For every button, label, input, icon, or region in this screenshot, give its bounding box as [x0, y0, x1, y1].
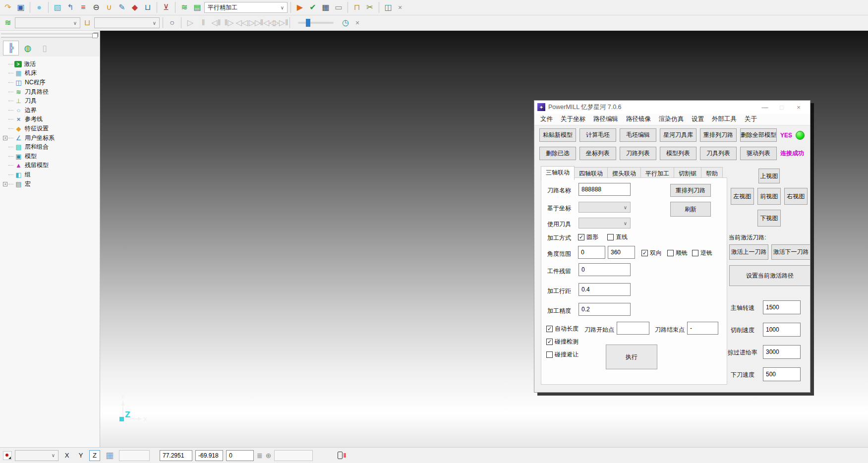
- tree-item-toolpaths[interactable]: ≋刀具路径: [2, 87, 100, 97]
- toolpath-dropdown[interactable]: ∨: [15, 17, 80, 28]
- simulation-speed-slider[interactable]: [298, 22, 334, 24]
- execute-button[interactable]: 执行: [606, 345, 657, 369]
- ball-mill-icon[interactable]: ⊖: [90, 1, 102, 13]
- panel-gripper[interactable]: [1, 32, 97, 34]
- lightbulb-icon[interactable]: ○: [166, 17, 178, 29]
- fast-forward-icon[interactable]: ▷▷: [249, 17, 261, 29]
- coord-list-button[interactable]: 坐标列表: [579, 147, 616, 160]
- coord-z-field[interactable]: [226, 450, 254, 461]
- drill-tool-icon[interactable]: ⊻: [160, 1, 172, 13]
- skim-feed-field[interactable]: [763, 345, 801, 359]
- tool-holder-icon[interactable]: ⊔: [142, 1, 154, 13]
- delete-selected-button[interactable]: 删除已选: [539, 147, 576, 160]
- axis-x-button[interactable]: X: [61, 450, 72, 461]
- conventional-checkbox[interactable]: [692, 250, 698, 256]
- menu-path-mirror[interactable]: 路径镜像: [622, 115, 655, 123]
- toolpath-icon[interactable]: ≋: [178, 1, 190, 13]
- edit-block-button[interactable]: 毛坯编辑: [620, 128, 656, 142]
- drive-list-button[interactable]: 驱动列表: [740, 147, 777, 160]
- collision-check-checkbox[interactable]: [546, 339, 553, 345]
- tolerance-field[interactable]: [579, 303, 631, 316]
- view-left-button[interactable]: 左视图: [731, 188, 754, 205]
- viewport-3d[interactable]: Y X Z ✦ PowerMILL 忆梦星河 7.0.6 — □ ×: [100, 31, 868, 447]
- calc-block-button[interactable]: 计算毛坯: [579, 128, 616, 142]
- tree-item-models[interactable]: ▣模型: [2, 152, 100, 161]
- tree-item-feature-sets[interactable]: ◆特征设置: [2, 124, 100, 133]
- tree-item-tools[interactable]: ⊥刀具: [2, 96, 100, 106]
- menu-external-tools[interactable]: 外部工具: [708, 115, 741, 123]
- climb-checkbox[interactable]: [667, 250, 674, 256]
- menu-path-edit[interactable]: 路径编辑: [589, 115, 622, 123]
- close-toolbar-icon[interactable]: ×: [352, 19, 362, 27]
- refresh-button[interactable]: 刷新: [670, 202, 711, 217]
- point-picker-button[interactable]: [3, 451, 12, 460]
- spindle-speed-field[interactable]: [763, 300, 801, 314]
- tree-item-macros[interactable]: +▤宏: [2, 179, 100, 189]
- toolpath-icon[interactable]: ≋: [2, 17, 14, 29]
- tab-world[interactable]: ◍: [20, 41, 36, 56]
- rearrange-toolpath-button[interactable]: 重排列刀路: [670, 184, 711, 197]
- tool-dropdown[interactable]: ∨: [94, 17, 160, 28]
- activate-next-toolpath-button[interactable]: 激活下一刀路: [771, 244, 810, 260]
- tree-item-machine[interactable]: ▦机床: [2, 69, 100, 78]
- probe-position-icon[interactable]: ⊕: [266, 452, 272, 460]
- stock-allowance-field[interactable]: [579, 263, 631, 276]
- go-end-icon[interactable]: ▷▷‖: [275, 17, 287, 29]
- ball-tool-icon[interactable]: ●: [33, 1, 45, 13]
- ruler-icon[interactable]: ▭: [333, 1, 345, 13]
- tool-list-button[interactable]: 刀具列表: [700, 147, 737, 160]
- fox-run-icon[interactable]: ▶: [294, 1, 306, 13]
- menu-about[interactable]: 关于: [741, 115, 761, 123]
- pencil-curve-icon[interactable]: ✎: [116, 1, 128, 13]
- tool-library-button[interactable]: 星河刀具库: [660, 128, 696, 142]
- slider-handle[interactable]: [306, 19, 310, 27]
- menu-file[interactable]: 文件: [536, 115, 557, 123]
- mode-line-option[interactable]: 直线: [607, 233, 628, 241]
- simulate-verify-icon[interactable]: ✔: [307, 1, 319, 13]
- line-checkbox[interactable]: [607, 234, 614, 240]
- stepover-field[interactable]: [579, 283, 631, 296]
- angle-to-field[interactable]: [608, 246, 635, 259]
- use-tool-dropdown[interactable]: ∨: [579, 218, 631, 229]
- view-top-button[interactable]: 上视图: [758, 169, 780, 183]
- tab-3axis[interactable]: 三轴联动: [541, 166, 575, 180]
- w-curve-icon[interactable]: ∪: [103, 1, 115, 13]
- blocks-pair-icon[interactable]: ◫: [382, 1, 394, 13]
- view-right-button[interactable]: 右视图: [784, 188, 808, 205]
- coord-x-field[interactable]: [160, 450, 192, 461]
- clock-icon[interactable]: ◷: [340, 17, 351, 29]
- tree-item-nc-program[interactable]: ◫NC程序: [2, 78, 100, 87]
- menu-about-coords[interactable]: 关于坐标: [557, 115, 589, 123]
- tree-item-stock-models[interactable]: ▲残留模型: [2, 161, 100, 171]
- menu-settings[interactable]: 设置: [688, 115, 708, 123]
- play-icon[interactable]: ▷: [184, 17, 196, 29]
- angle-from-field[interactable]: [578, 246, 605, 259]
- grid-size-field[interactable]: [119, 450, 150, 461]
- minimize-icon[interactable]: —: [756, 101, 773, 113]
- view-front-button[interactable]: 前视图: [757, 188, 781, 205]
- step-forward-icon[interactable]: ‖▷: [223, 17, 235, 29]
- auto-length-checkbox[interactable]: [546, 326, 553, 332]
- activate-prev-toolpath-button[interactable]: 激活上一刀路: [729, 244, 768, 260]
- tree-item-activate[interactable]: >激活: [2, 59, 100, 69]
- view-bottom-button[interactable]: 下视图: [757, 210, 781, 227]
- tree-item-patterns[interactable]: ×参考线: [2, 115, 100, 124]
- close-toolbar-icon[interactable]: ×: [395, 3, 405, 11]
- dialog-titlebar[interactable]: ✦ PowerMILL 忆梦星河 7.0.6 — □ ×: [534, 101, 810, 114]
- paste-new-model-button[interactable]: 粘贴新模型: [539, 128, 576, 142]
- strategy-list-icon[interactable]: ▤: [191, 1, 203, 13]
- tree-item-workplanes[interactable]: +∠用户坐标系: [2, 133, 100, 143]
- open-project-icon[interactable]: ↷: [2, 1, 14, 13]
- grid-icon[interactable]: ▦: [103, 450, 116, 462]
- pattern-icon[interactable]: ◆: [129, 1, 141, 13]
- axis-z-button[interactable]: Z: [89, 450, 100, 461]
- plunge-feed-field[interactable]: [763, 367, 801, 381]
- menu-render-sim[interactable]: 渲染仿真: [655, 115, 688, 123]
- close-icon[interactable]: ×: [790, 101, 807, 113]
- rearrange-toolpaths-button[interactable]: 重排列刀路: [700, 128, 737, 142]
- measure-field[interactable]: [274, 450, 313, 461]
- step-back-icon[interactable]: ◁‖: [210, 17, 222, 29]
- tab-recycle-bin[interactable]: ▯: [37, 41, 53, 56]
- mode-circle-option[interactable]: 圆形: [578, 233, 598, 241]
- climb-option[interactable]: 顺铣: [667, 249, 688, 257]
